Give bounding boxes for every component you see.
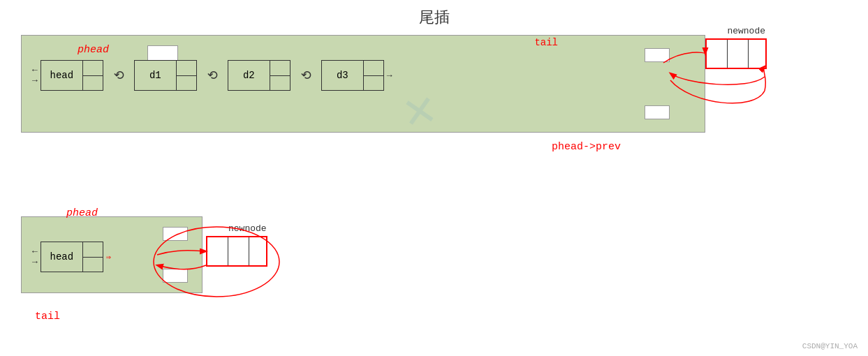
node-d2: d2 [228,60,290,91]
node-head-bot: head [41,242,103,272]
newnode-top-label: newnode [727,26,765,36]
label-phead-bot-outside: phead [66,207,98,219]
top-diagram: ← → head ⟳ d1 ⟳ d2 [21,35,705,133]
node-row-bot: ← → head ⇒ [32,242,111,272]
node-d1: d1 [134,60,197,91]
label-tail-top: tail [534,37,558,48]
newnode-bot: newnode [206,236,267,267]
newnode-top: newnode [705,38,767,69]
label-phead-top: phead [78,44,109,56]
label-phead-prev: phead->prev [552,141,621,153]
watermark: CSDN@YIN_YOA [802,342,858,350]
page-title: 尾插 [0,0,868,28]
newnode-bot-label: newnode [228,223,267,234]
node-row-top: ← → head ⟳ d1 ⟳ d2 [32,60,392,91]
node-head: head [41,60,103,91]
node-d3: d3 [321,60,384,91]
bottom-diagram: ← → head ⇒ phead [21,216,203,293]
label-tail-bot: tail [35,311,60,322]
